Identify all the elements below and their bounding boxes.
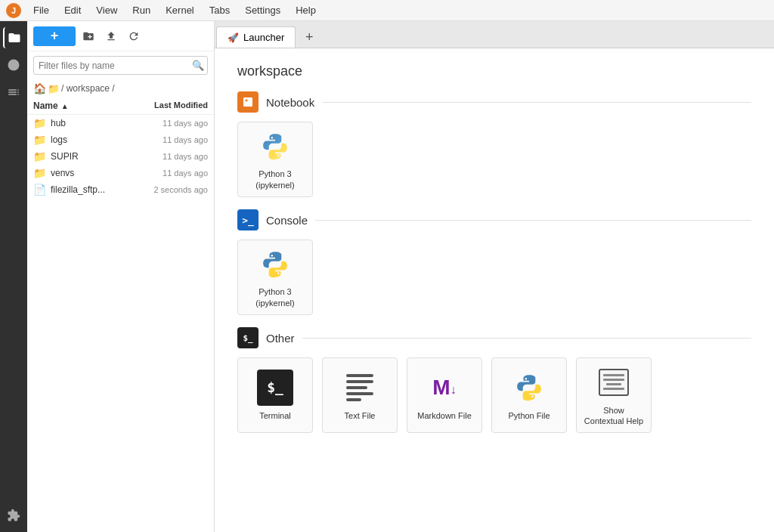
menu-run[interactable]: Run: [126, 3, 156, 17]
other-section-icon: $_: [237, 327, 259, 348]
other-section-header: $_ Other: [237, 327, 751, 348]
python3-console-card[interactable]: Python 3 (ipykernel): [237, 240, 313, 315]
column-name-header: Name ▲: [33, 101, 154, 111]
terminal-card[interactable]: $_ Terminal: [237, 357, 313, 433]
refresh-button[interactable]: [124, 26, 144, 46]
python-file-icon: [511, 370, 547, 406]
list-item[interactable]: 📁 SUPIR 11 days ago: [27, 148, 214, 165]
other-section-title: Other: [266, 332, 295, 345]
svg-point-0: [8, 60, 20, 71]
menu-edit[interactable]: Edit: [58, 3, 87, 17]
folder-icon: 📁: [33, 117, 46, 129]
rail-run-icon[interactable]: [3, 54, 24, 76]
terminal-icon: $_: [257, 370, 293, 406]
folder-icon: 📁: [33, 134, 46, 146]
console-section-title: Console: [266, 214, 308, 227]
console-cards: Python 3 (ipykernel): [237, 240, 751, 315]
icon-rail: [0, 21, 27, 532]
file-modified: 11 days ago: [163, 169, 208, 178]
rail-ext-icon[interactable]: [3, 505, 24, 526]
markdown-label: Markdown File: [417, 410, 472, 421]
rail-files-icon[interactable]: [3, 27, 24, 48]
menu-settings[interactable]: Settings: [239, 3, 286, 17]
folder-icon: 📁: [33, 167, 46, 179]
terminal-label: Terminal: [259, 410, 291, 421]
tab-launcher[interactable]: 🚀 Launcher: [216, 26, 296, 48]
column-modified-header: Last Modified: [154, 101, 208, 111]
console-divider: [315, 220, 751, 221]
markdown-icon: M ↓: [426, 370, 463, 406]
file-name: logs: [51, 135, 163, 145]
menu-kernel[interactable]: Kernel: [159, 3, 200, 17]
notebook-section-title: Notebook: [266, 96, 314, 109]
menubar: J File Edit View Run Kernel Tabs Setting…: [0, 0, 774, 21]
contextual-help-card[interactable]: Show Contextual Help: [576, 357, 652, 433]
menu-tabs[interactable]: Tabs: [203, 3, 236, 17]
textfile-icon: [342, 370, 378, 406]
markdown-card[interactable]: M ↓ Markdown File: [407, 357, 482, 433]
other-divider: [302, 338, 751, 339]
file-modified: 11 days ago: [163, 119, 208, 128]
tab-bar: 🚀 Launcher +: [215, 21, 774, 48]
python3-notebook-label: Python 3 (ipykernel): [244, 169, 306, 190]
new-launcher-button[interactable]: +: [33, 26, 76, 46]
menu-help[interactable]: Help: [289, 3, 322, 17]
contextual-help-label: Show Contextual Help: [583, 405, 645, 427]
search-box: 🔍: [33, 56, 208, 75]
python3-console-label: Python 3 (ipykernel): [244, 286, 306, 308]
console-section-icon: >_: [237, 209, 259, 230]
folder-icon: 📁: [33, 150, 46, 162]
tab-label: Launcher: [243, 32, 284, 43]
breadcrumb-path: / workspace /: [61, 83, 115, 94]
list-item[interactable]: 📁 logs 11 days ago: [27, 131, 214, 148]
menu-view[interactable]: View: [90, 3, 123, 17]
file-icon: 📄: [33, 184, 46, 196]
breadcrumb: 🏠 📁 / workspace /: [27, 79, 214, 97]
new-folder-button[interactable]: [79, 26, 98, 46]
notebook-cards: Python 3 (ipykernel): [237, 122, 751, 197]
file-name: SUPIR: [51, 151, 163, 162]
list-item[interactable]: 📁 venvs 11 days ago: [27, 165, 214, 181]
rail-toc-icon[interactable]: [3, 82, 24, 103]
workspace-label: workspace: [237, 63, 751, 79]
launcher-tab-icon: 🚀: [228, 32, 239, 43]
textfile-label: Text File: [345, 410, 376, 421]
file-list: 📁 hub 11 days ago 📁 logs 11 days ago 📁 S…: [27, 115, 214, 532]
notebook-divider: [322, 102, 751, 103]
python3-console-icon: [257, 246, 293, 282]
python3-notebook-card[interactable]: Python 3 (ipykernel): [237, 122, 313, 197]
file-modified: 11 days ago: [163, 135, 208, 144]
app-logo: J: [6, 3, 21, 18]
launcher-panel: workspace Notebook: [215, 48, 774, 532]
notebook-section-header: Notebook: [237, 91, 751, 113]
list-item[interactable]: 📁 hub 11 days ago: [27, 115, 214, 131]
file-modified: 2 seconds ago: [153, 185, 208, 194]
file-modified: 11 days ago: [163, 152, 208, 161]
upload-button[interactable]: [101, 26, 121, 46]
contextual-help-icon: [596, 364, 632, 401]
home-icon[interactable]: 🏠: [33, 82, 46, 94]
file-name: hub: [51, 118, 163, 128]
sidebar: + 🔍 🏠 📁 / workspace / Name: [27, 21, 215, 532]
file-name: filezilla_sftp...: [51, 184, 153, 195]
folder-icon: 📁: [48, 83, 60, 94]
notebook-section-icon: [237, 91, 259, 113]
python-file-card[interactable]: Python File: [491, 357, 567, 433]
other-cards: $_ Terminal: [237, 357, 751, 433]
file-name: venvs: [51, 168, 163, 178]
list-item[interactable]: 📄 filezilla_sftp... 2 seconds ago: [27, 181, 214, 198]
console-section-header: >_ Console: [237, 209, 751, 230]
textfile-card[interactable]: Text File: [322, 357, 398, 433]
search-input[interactable]: [34, 57, 189, 74]
search-icon: 🔍: [189, 57, 207, 74]
content-area: 🚀 Launcher + workspace Notebook: [215, 21, 774, 532]
python3-notebook-icon: [257, 128, 293, 164]
new-tab-button[interactable]: +: [299, 26, 320, 48]
python-file-label: Python File: [508, 410, 550, 421]
menu-file[interactable]: File: [27, 3, 55, 17]
sidebar-toolbar: +: [27, 21, 214, 51]
file-list-header[interactable]: Name ▲ Last Modified: [27, 97, 214, 115]
